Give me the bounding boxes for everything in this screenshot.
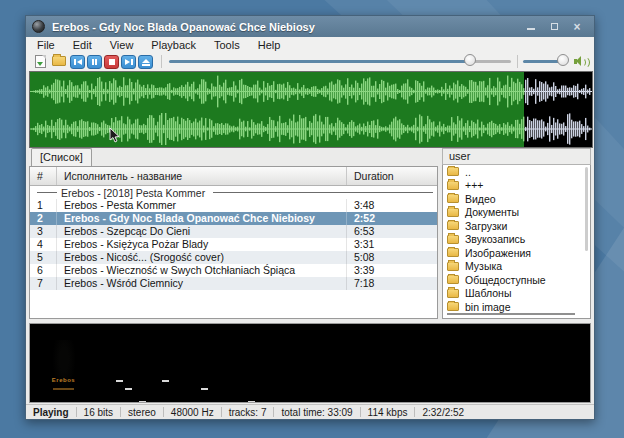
track-row[interactable]: 4Erebos - Księżyca Pożar Blady3:31 [30, 238, 437, 251]
folder-name: Общедоступные [465, 274, 546, 286]
folder-item[interactable]: Изображения [443, 246, 590, 260]
track-row[interactable]: 3Erebos - Szepcąc Do Cieni6:53 [30, 225, 437, 238]
folder-icon [447, 248, 459, 257]
menu-item-help[interactable]: Help [249, 37, 290, 53]
folder-item[interactable]: Видео [443, 192, 590, 206]
playlist-tab-strip: [Список] [29, 146, 438, 166]
track-number: 1 [30, 199, 57, 212]
folder-item[interactable]: Документы [443, 206, 590, 220]
menu-item-file[interactable]: File [28, 37, 64, 53]
status-item: stereo [121, 407, 163, 418]
next-track-button[interactable] [121, 55, 136, 69]
spectrum-peak [125, 388, 132, 390]
folder-item[interactable]: .. [443, 165, 590, 179]
folder-name: bin image [465, 301, 511, 313]
speaker-icon [574, 55, 589, 68]
menu-item-edit[interactable]: Edit [64, 37, 101, 53]
status-item: 16 bits [77, 407, 120, 418]
eject-button[interactable] [138, 55, 153, 69]
track-duration: 2:52 [347, 212, 437, 225]
close-button[interactable]: × [572, 22, 582, 32]
column-header-duration[interactable]: Duration [347, 167, 437, 185]
pause-button[interactable] [87, 55, 102, 69]
track-duration: 3:39 [347, 264, 437, 277]
folder-item[interactable]: Загрузки [443, 219, 590, 233]
folder-item[interactable]: Общедоступные [443, 273, 590, 287]
playlist-tab[interactable]: [Список] [31, 148, 92, 166]
folder-icon [447, 221, 459, 230]
player-window: Erebos - Gdy Noc Blada Opanować Chce Nie… [25, 15, 595, 420]
menu-item-view[interactable]: View [101, 37, 143, 53]
track-number: 7 [30, 277, 57, 290]
minimize-button[interactable] [526, 22, 536, 32]
spectrum-peak [162, 380, 169, 382]
track-row[interactable]: 7Erebos - Wśród Ciemnicy7:18 [30, 277, 437, 290]
track-title: Erebos - Nicość... (Srogość cover) [57, 251, 347, 264]
track-number: 5 [30, 251, 57, 264]
menu-item-playback[interactable]: Playback [142, 37, 205, 53]
horizontal-scrollbar[interactable] [447, 313, 575, 315]
track-duration: 6:53 [347, 225, 437, 238]
folder-item[interactable]: Звукозапись [443, 233, 590, 247]
track-duration: 7:18 [347, 277, 437, 290]
folder-icon [447, 208, 459, 217]
previous-track-button[interactable] [70, 55, 85, 69]
track-duration: 5:08 [347, 251, 437, 264]
album-group-row: Erebos - [2018] Pesta Kommer [30, 186, 437, 199]
folder-icon [447, 194, 459, 203]
column-header-artist-title[interactable]: Исполнитель - название [57, 167, 347, 185]
track-duration: 3:31 [347, 238, 437, 251]
track-row[interactable]: 6Erebos - Wieczność w Swych Otchłaniach … [30, 264, 437, 277]
add-folder-button[interactable] [52, 56, 66, 66]
track-row[interactable]: 2Erebos - Gdy Noc Blada Opanować Chce Ni… [30, 212, 437, 225]
track-title: Erebos - Wieczność w Swych Otchłaniach Ś… [57, 264, 347, 277]
track-row[interactable]: 1Erebos - Pesta Kommer3:48 [30, 199, 437, 212]
track-title: Erebos - Gdy Noc Blada Opanować Chce Nie… [57, 212, 347, 225]
track-title: Erebos - Pesta Kommer [57, 199, 347, 212]
open-file-button[interactable] [35, 55, 46, 68]
folder-name: +++ [465, 179, 483, 191]
status-bar: Playing16 bitsstereo48000 Hztracks: 7tot… [26, 404, 594, 419]
track-title: Erebos - Wśród Ciemnicy [57, 277, 347, 290]
status-item: 48000 Hz [164, 407, 221, 418]
seek-handle[interactable] [464, 54, 476, 66]
toolbar-separator [517, 55, 518, 68]
playlist: # Исполнитель - название Duration Erebos… [29, 166, 438, 319]
column-header-number[interactable]: # [30, 167, 57, 185]
spectrum-peak [139, 401, 146, 403]
mouse-cursor [109, 128, 121, 144]
title-bar[interactable]: Erebos - Gdy Noc Blada Opanować Chce Nie… [26, 16, 594, 37]
folder-name: Видео [465, 193, 496, 205]
folder-item[interactable]: bin image [443, 300, 590, 314]
folder-icon [447, 289, 459, 298]
folder-icon [447, 235, 459, 244]
visualization-panel: Erebos [29, 323, 591, 403]
folder-name: Звукозапись [465, 233, 525, 245]
track-row[interactable]: 5Erebos - Nicość... (Srogość cover)5:08 [30, 251, 437, 264]
track-list: 1Erebos - Pesta Kommer3:482Erebos - Gdy … [30, 199, 437, 290]
folder-name: Изображения [465, 247, 531, 259]
file-browser-root[interactable]: user [442, 148, 591, 165]
seek-track-played [169, 60, 470, 63]
track-title: Erebos - Szepcąc Do Cieni [57, 225, 347, 238]
folder-item[interactable]: Музыка [443, 260, 590, 274]
toolbar [26, 53, 594, 71]
status-item: total time: 33:09 [274, 407, 359, 418]
folder-name: Шаблоны [465, 287, 511, 299]
track-number: 3 [30, 225, 57, 238]
folder-item[interactable]: Шаблоны [443, 287, 590, 301]
track-number: 6 [30, 264, 57, 277]
status-item: 2:32/2:52 [415, 407, 471, 418]
volume-handle[interactable] [557, 54, 569, 66]
vertical-scrollbar[interactable] [585, 167, 588, 251]
playlist-header: # Исполнитель - название Duration [30, 167, 437, 186]
folder-item[interactable]: +++ [443, 179, 590, 193]
folder-name: Загрузки [465, 220, 507, 232]
menu-bar: FileEditViewPlaybackToolsHelp [26, 37, 594, 53]
track-number: 2 [30, 212, 57, 225]
menu-item-tools[interactable]: Tools [205, 37, 249, 53]
stop-button[interactable] [104, 55, 119, 69]
desktop: Erebos - Gdy Noc Blada Opanować Chce Nie… [0, 0, 624, 438]
app-icon [32, 20, 45, 33]
maximize-button[interactable] [549, 22, 559, 32]
